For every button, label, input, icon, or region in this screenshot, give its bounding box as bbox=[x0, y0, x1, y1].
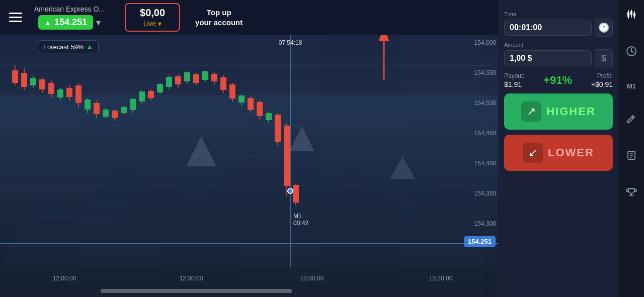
annotation-time: 00:42 bbox=[293, 220, 308, 227]
svg-rect-16 bbox=[21, 73, 27, 87]
chart-annotation: M1 00:42 bbox=[293, 213, 308, 227]
payout-percentage: +91% bbox=[543, 74, 572, 87]
amount-field-row: 1,00 $ $ bbox=[504, 49, 613, 67]
svg-rect-46 bbox=[157, 84, 163, 92]
payout-label: Payout: bbox=[504, 72, 525, 79]
svg-rect-66 bbox=[248, 98, 254, 110]
higher-button[interactable]: ↗ HIGHER bbox=[504, 93, 613, 130]
payout-row: Payout: $1,91 +91% Profit: +$0,91 bbox=[504, 72, 613, 88]
higher-arrow-icon: ↗ bbox=[521, 102, 541, 122]
menu-button[interactable] bbox=[5, 9, 26, 26]
svg-rect-83 bbox=[630, 11, 632, 15]
svg-rect-60 bbox=[220, 77, 226, 90]
svg-rect-80 bbox=[627, 12, 629, 17]
time-label-1300: 13:00:00 bbox=[300, 275, 324, 282]
asset-name: American Express O... bbox=[34, 5, 105, 13]
candlestick-chart bbox=[0, 35, 491, 266]
svg-rect-58 bbox=[211, 74, 217, 81]
svg-rect-70 bbox=[266, 113, 272, 120]
candlestick-icon[interactable] bbox=[622, 5, 641, 27]
svg-rect-74 bbox=[284, 126, 290, 186]
svg-rect-44 bbox=[148, 91, 154, 98]
svg-rect-30 bbox=[85, 100, 91, 110]
topup-button[interactable]: Top up your account bbox=[195, 8, 243, 27]
time-label-1330: 13:30:00 bbox=[429, 275, 453, 282]
header: American Express O... ▲ 154.251 ▾ $0,00 … bbox=[0, 0, 498, 35]
chart-scrollbar[interactable] bbox=[101, 289, 292, 293]
live-chevron: ▾ bbox=[158, 20, 162, 28]
balance-live-row: Live ▾ bbox=[136, 20, 169, 28]
forecast-up-icon: ▲ bbox=[86, 43, 93, 51]
crosshair-vertical bbox=[290, 35, 291, 267]
payout-section: Payout: $1,91 bbox=[504, 72, 525, 88]
asset-info: American Express O... ▲ 154.251 ▾ bbox=[34, 5, 105, 30]
sidebar-icons: M1 bbox=[619, 0, 644, 297]
price-tag: 154.251 bbox=[464, 236, 496, 247]
svg-rect-20 bbox=[39, 79, 45, 89]
time-label-1230: 12:30:00 bbox=[180, 275, 203, 282]
svg-rect-76 bbox=[293, 185, 299, 203]
lower-button[interactable]: ↙ LOWER bbox=[504, 135, 613, 171]
svg-line-91 bbox=[631, 51, 633, 52]
svg-rect-26 bbox=[66, 88, 72, 97]
timeframe-m1-label[interactable]: M1 bbox=[623, 78, 640, 94]
currency-button[interactable]: $ bbox=[595, 49, 613, 67]
svg-rect-14 bbox=[12, 70, 18, 83]
svg-rect-42 bbox=[139, 91, 145, 102]
live-label: Live bbox=[143, 20, 156, 28]
svg-rect-52 bbox=[184, 72, 190, 81]
asset-dropdown-chevron[interactable]: ▾ bbox=[96, 17, 101, 28]
trophy-icon[interactable] bbox=[622, 182, 641, 204]
svg-rect-86 bbox=[633, 13, 635, 17]
profit-section: Profit: +$0,91 bbox=[591, 72, 613, 88]
balance-amount: $0,00 bbox=[136, 7, 169, 19]
svg-rect-64 bbox=[238, 95, 245, 103]
svg-rect-32 bbox=[94, 103, 100, 114]
profit-value: +$0,91 bbox=[591, 80, 613, 88]
forecast-badge: Forecast 59% ▲ bbox=[38, 40, 99, 53]
time-field-label: Time bbox=[504, 11, 613, 17]
svg-rect-22 bbox=[48, 83, 54, 94]
svg-rect-48 bbox=[166, 77, 172, 87]
controls-panel: Time 00:01:00 🕐 Amount 1,00 $ $ Payout: … bbox=[498, 0, 619, 177]
time-input[interactable]: 00:01:00 bbox=[504, 20, 592, 36]
asset-price-row: ▲ 154.251 ▾ bbox=[38, 15, 101, 30]
profit-label: Profit: bbox=[597, 72, 613, 79]
svg-rect-28 bbox=[75, 85, 82, 103]
price-line-horizontal bbox=[0, 243, 498, 244]
edit-icon[interactable] bbox=[622, 109, 641, 131]
svg-rect-68 bbox=[257, 102, 263, 116]
svg-rect-56 bbox=[202, 71, 208, 80]
clock-icon[interactable]: 🕐 bbox=[595, 19, 613, 37]
red-arrow-annotation bbox=[376, 35, 391, 80]
time-field-row: 00:01:00 🕐 bbox=[504, 19, 613, 37]
svg-rect-50 bbox=[175, 76, 181, 84]
svg-rect-18 bbox=[30, 78, 36, 85]
svg-rect-38 bbox=[121, 107, 127, 113]
amount-field-label: Amount bbox=[504, 42, 613, 48]
annotation-m1: M1 bbox=[293, 213, 308, 220]
price-up-icon: ▲ bbox=[44, 19, 51, 27]
payout-value: $1,91 bbox=[504, 80, 525, 88]
asset-price-value: 154.251 bbox=[54, 17, 87, 28]
asset-price-badge[interactable]: ▲ 154.251 bbox=[38, 15, 93, 30]
forecast-label: Forecast 59% bbox=[43, 43, 84, 51]
lower-button-label: LOWER bbox=[548, 146, 594, 159]
higher-button-label: HIGHER bbox=[546, 105, 596, 118]
chart-area: American Express O... ▲ 154.251 ▾ $0,00 … bbox=[0, 0, 498, 297]
svg-rect-40 bbox=[130, 99, 136, 110]
svg-rect-54 bbox=[193, 74, 199, 83]
balance-box[interactable]: $0,00 Live ▾ bbox=[125, 3, 180, 32]
amount-input[interactable]: 1,00 $ bbox=[504, 50, 592, 66]
svg-rect-34 bbox=[103, 110, 109, 117]
svg-rect-62 bbox=[229, 84, 235, 98]
svg-rect-24 bbox=[57, 89, 63, 97]
history-clock-icon[interactable] bbox=[622, 42, 641, 63]
lower-arrow-icon: ↙ bbox=[523, 143, 543, 163]
svg-rect-36 bbox=[112, 111, 118, 118]
svg-rect-72 bbox=[275, 115, 281, 142]
time-label-1200: 12:00:00 bbox=[53, 275, 76, 282]
book-icon[interactable] bbox=[622, 146, 641, 167]
crosshair-time-label: 07:54:18 bbox=[279, 39, 302, 46]
